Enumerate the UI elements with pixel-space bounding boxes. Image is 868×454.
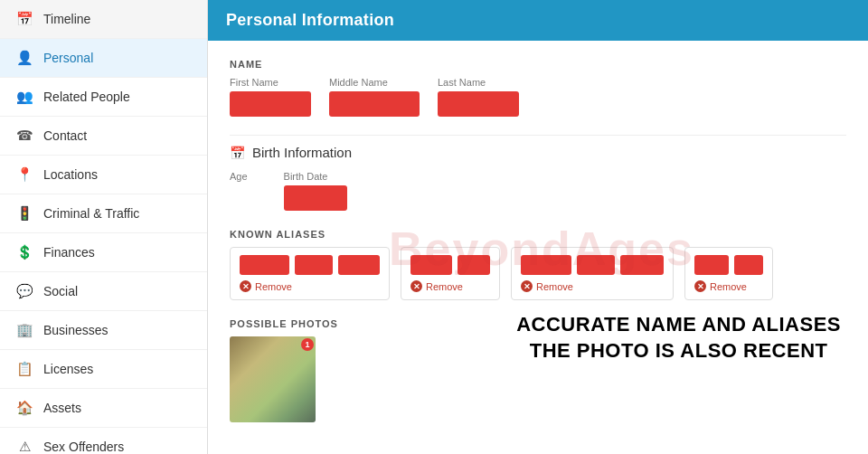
licenses-icon: 📋: [14, 359, 34, 379]
photo-badge: 1: [301, 338, 314, 351]
businesses-icon: 🏢: [14, 320, 34, 340]
alias-box-3a: [521, 255, 571, 275]
name-section: NAME First Name Middle Name Last Name: [230, 59, 846, 117]
alias-boxes-4: [694, 255, 763, 275]
alias-box-1c: [338, 255, 380, 275]
sidebar-label-social: Social: [43, 284, 78, 298]
sidebar-item-assets[interactable]: 🏠 Assets: [0, 389, 207, 428]
finances-icon: 💲: [14, 242, 34, 262]
name-section-label: NAME: [230, 59, 846, 70]
remove-label-1: Remove: [255, 281, 292, 292]
sidebar-label-personal: Personal: [43, 51, 93, 65]
alias-remove-3[interactable]: ✕ Remove: [521, 280, 664, 292]
sidebar-item-personal[interactable]: 👤 Personal: [0, 39, 207, 78]
sex-offenders-icon: ⚠: [14, 437, 34, 454]
remove-label-3: Remove: [536, 281, 573, 292]
sidebar-item-locations[interactable]: 📍 Locations: [0, 156, 207, 194]
calendar-icon: 📅: [230, 146, 245, 160]
middle-name-label: Middle Name: [329, 77, 420, 88]
alias-group-4: ✕ Remove: [684, 247, 773, 300]
middle-name-redacted: [329, 91, 420, 117]
sidebar-label-criminal: Criminal & Traffic: [43, 206, 139, 221]
age-label: Age: [230, 171, 248, 182]
birth-date-field: Birth Date: [284, 171, 347, 211]
alias-group-3: ✕ Remove: [511, 247, 674, 300]
photo-thumbnail[interactable]: 1: [230, 336, 316, 422]
age-field: Age: [230, 171, 248, 211]
sidebar-item-sex-offenders[interactable]: ⚠ Sex Offenders: [0, 428, 207, 454]
alias-remove-2[interactable]: ✕ Remove: [410, 280, 490, 292]
alias-group-2: ✕ Remove: [401, 247, 500, 300]
alias-box-4b: [734, 255, 763, 275]
alias-boxes-2: [410, 255, 490, 275]
alias-box-3c: [620, 255, 664, 275]
caption-block: ACCURATE NAME AND ALIASES THE PHOTO IS A…: [516, 312, 841, 364]
sidebar-item-criminal[interactable]: 🚦 Criminal & Traffic: [0, 194, 207, 233]
caption-line1: ACCURATE NAME AND ALIASES: [516, 312, 841, 338]
name-fields-row: First Name Middle Name Last Name: [230, 77, 846, 117]
sidebar-item-finances[interactable]: 💲 Finances: [0, 233, 207, 272]
sidebar-label-locations: Locations: [43, 167, 98, 182]
assets-icon: 🏠: [14, 398, 34, 418]
remove-label-2: Remove: [426, 281, 463, 292]
sidebar-label-timeline: Timeline: [43, 12, 90, 26]
alias-box-2a: [410, 255, 452, 275]
remove-icon-4: ✕: [694, 280, 706, 292]
sidebar-label-licenses: Licenses: [43, 362, 93, 376]
content-area: BeyondAges NAME First Name Middle Name L…: [208, 41, 868, 440]
alias-box-1a: [240, 255, 289, 275]
page-title: Personal Information: [226, 11, 394, 29]
locations-icon: 📍: [14, 165, 34, 184]
birth-info-section: 📅 Birth Information Age Birth Date: [230, 135, 846, 211]
sidebar-label-contact: Contact: [43, 128, 87, 143]
sidebar-item-social[interactable]: 💬 Social: [0, 272, 207, 311]
personal-icon: 👤: [14, 48, 34, 68]
middle-name-field: Middle Name: [329, 77, 420, 117]
alias-remove-4[interactable]: ✕ Remove: [694, 280, 763, 292]
criminal-icon: 🚦: [14, 203, 34, 223]
sidebar-label-finances: Finances: [43, 245, 95, 260]
aliases-section: KNOWN ALIASES ✕ Remove: [230, 229, 846, 300]
alias-box-4a: [694, 255, 729, 275]
related-people-icon: 👥: [14, 87, 34, 107]
sidebar-label-related-people: Related People: [43, 90, 130, 104]
alias-box-3b: [577, 255, 615, 275]
sidebar-label-assets: Assets: [43, 401, 81, 415]
first-name-label: First Name: [230, 77, 311, 88]
remove-icon-1: ✕: [240, 280, 251, 292]
alias-remove-1[interactable]: ✕ Remove: [240, 280, 380, 292]
remove-label-4: Remove: [710, 281, 747, 292]
sidebar-label-businesses: Businesses: [43, 323, 108, 337]
contact-icon: ☎: [14, 126, 34, 146]
sidebar-item-timeline[interactable]: 📅 Timeline: [0, 0, 207, 39]
remove-icon-3: ✕: [521, 280, 533, 292]
birth-date-redacted: [284, 185, 347, 211]
remove-icon-2: ✕: [410, 280, 422, 292]
first-name-redacted: [230, 91, 311, 117]
alias-group-1: ✕ Remove: [230, 247, 390, 300]
caption-line2: THE PHOTO IS ALSO RECENT: [516, 338, 841, 364]
alias-box-2b: [458, 255, 490, 275]
main-content: Personal Information BeyondAges NAME Fir…: [208, 0, 868, 454]
sidebar-item-related-people[interactable]: 👥 Related People: [0, 78, 207, 117]
birth-fields-row: Age Birth Date: [230, 171, 846, 211]
aliases-row: ✕ Remove ✕ Remove: [230, 247, 846, 300]
first-name-field: First Name: [230, 77, 311, 117]
birth-info-header: 📅 Birth Information: [230, 135, 846, 160]
alias-boxes-3: [521, 255, 664, 275]
last-name-field: Last Name: [438, 77, 519, 117]
sidebar-item-licenses[interactable]: 📋 Licenses: [0, 350, 207, 389]
sidebar: 📅 Timeline 👤 Personal 👥 Related People ☎…: [0, 0, 208, 454]
sidebar-item-contact[interactable]: ☎ Contact: [0, 117, 207, 156]
last-name-redacted: [438, 91, 519, 117]
sidebar-label-sex-offenders: Sex Offenders: [43, 440, 124, 454]
page-header: Personal Information: [208, 0, 868, 41]
alias-box-1b: [295, 255, 333, 275]
aliases-section-label: KNOWN ALIASES: [230, 229, 846, 240]
last-name-label: Last Name: [438, 77, 519, 88]
alias-boxes-1: [240, 255, 380, 275]
social-icon: 💬: [14, 281, 34, 301]
birth-info-title: Birth Information: [252, 145, 352, 160]
sidebar-item-businesses[interactable]: 🏢 Businesses: [0, 311, 207, 350]
birth-date-label: Birth Date: [284, 171, 347, 182]
